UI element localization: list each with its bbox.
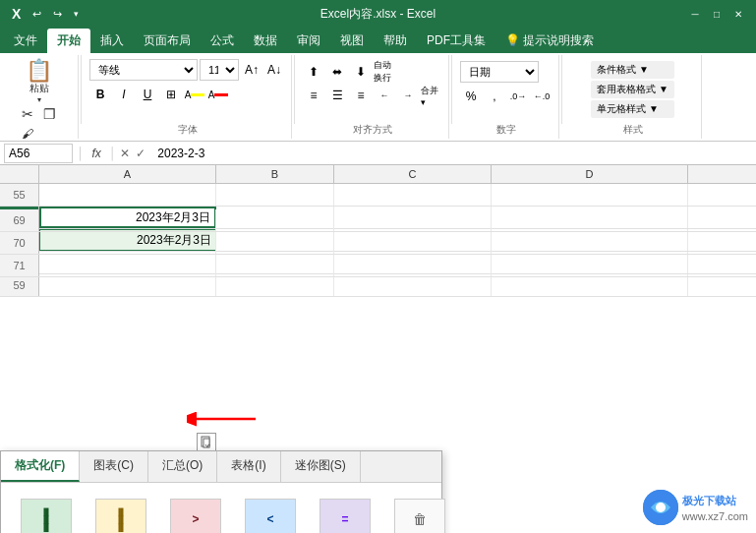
- cell-c59[interactable]: [334, 274, 492, 296]
- indent-increase-button[interactable]: →: [397, 85, 419, 106]
- cell-b59[interactable]: [216, 274, 334, 296]
- col-header-d[interactable]: D: [492, 165, 688, 183]
- cell-a71[interactable]: [39, 255, 216, 276]
- window-controls: ─ □ ✕: [563, 4, 748, 24]
- tab-view[interactable]: 视图: [330, 29, 374, 53]
- cell-c70[interactable]: [334, 232, 492, 254]
- format-painter-button[interactable]: 🖌: [18, 125, 60, 143]
- formula-bar: │ fx │ ✕ ✓: [0, 142, 756, 165]
- align-right-button[interactable]: ≡: [350, 85, 372, 106]
- cell-a59[interactable]: [39, 274, 216, 296]
- tab-page-layout[interactable]: 页面布局: [134, 29, 201, 53]
- align-left-button[interactable]: ≡: [303, 85, 324, 106]
- cell-c71[interactable]: [334, 255, 492, 276]
- confirm-formula-icon[interactable]: ✓: [136, 147, 145, 160]
- comma-button[interactable]: ,: [484, 86, 505, 107]
- cell-b71[interactable]: [216, 255, 334, 276]
- tab-data[interactable]: 数据: [244, 29, 287, 53]
- font-shrink-button[interactable]: A↓: [263, 59, 285, 81]
- paste-options-button[interactable]: [197, 433, 216, 452]
- cell-d55[interactable]: [492, 184, 688, 206]
- close-button[interactable]: ✕: [728, 4, 748, 24]
- align-center-button[interactable]: ☰: [326, 85, 348, 106]
- tab-help[interactable]: 帮助: [374, 29, 417, 53]
- font-name-select[interactable]: 等线: [89, 59, 198, 81]
- cell-b70[interactable]: [216, 232, 334, 254]
- table-format-button[interactable]: 套用表格格式 ▼: [591, 81, 674, 98]
- bold-button[interactable]: B: [89, 84, 111, 105]
- tab-home[interactable]: 开始: [47, 29, 90, 53]
- row-num-header: [0, 165, 39, 183]
- maximize-button[interactable]: □: [707, 4, 727, 24]
- wrap-text-button[interactable]: 自动换行: [374, 61, 395, 83]
- indent-decrease-button[interactable]: ←: [374, 85, 395, 106]
- border-button[interactable]: ⊞: [160, 84, 182, 105]
- cf-equal-to[interactable]: = 等于: [316, 495, 375, 533]
- cell-c69[interactable]: [334, 209, 492, 231]
- cell-reference-input[interactable]: [4, 144, 73, 163]
- cancel-formula-icon[interactable]: ✕: [120, 147, 130, 160]
- formula-input[interactable]: [153, 147, 752, 160]
- undo-button[interactable]: ↩: [29, 6, 45, 23]
- cf-clear-format[interactable]: 🗑 清除格式: [390, 495, 449, 533]
- italic-button[interactable]: I: [113, 84, 135, 105]
- cf-greater-than[interactable]: > 大于: [166, 495, 225, 533]
- conditional-format-button[interactable]: 条件格式 ▼: [591, 61, 674, 79]
- cf-less-than[interactable]: < 小于: [241, 495, 300, 533]
- quick-access-more[interactable]: ▾: [70, 7, 83, 21]
- watermark-brand: 极光下载站: [682, 494, 748, 508]
- clipboard-group: 📋 粘贴 ▾ ✂ ❐ 🖌 剪贴板: [0, 55, 79, 139]
- number-group: 日期 % , .0→ ←.0 数字: [454, 55, 559, 139]
- row-number-71: 71: [0, 255, 39, 276]
- tab-pdf[interactable]: PDF工具集: [417, 29, 495, 53]
- cf-tab-sparkline[interactable]: 迷你图(S): [281, 451, 361, 482]
- cell-a55[interactable]: [39, 184, 216, 206]
- cf-equal-to-icon: =: [320, 499, 371, 533]
- increase-decimal-button[interactable]: .0→: [507, 86, 529, 107]
- number-format-select[interactable]: 日期: [460, 61, 539, 83]
- tab-insert[interactable]: 插入: [90, 29, 134, 53]
- col-header-a[interactable]: A: [39, 165, 216, 183]
- tab-review[interactable]: 审阅: [287, 29, 330, 53]
- align-top-button[interactable]: ⬆: [303, 61, 324, 83]
- copy-button[interactable]: ❐: [39, 104, 60, 124]
- fill-color-button[interactable]: A: [184, 84, 205, 105]
- col-header-c[interactable]: C: [334, 165, 492, 183]
- font-grow-button[interactable]: A↑: [241, 59, 262, 81]
- cf-last-week[interactable]: ▐▌ ▐▌ ▐▌ 上周: [91, 495, 150, 533]
- cf-less-than-icon: <: [245, 499, 296, 533]
- cf-last-week-icon: ▐▌ ▐▌ ▐▌: [95, 499, 146, 533]
- col-header-b[interactable]: B: [216, 165, 334, 183]
- font-size-select[interactable]: 11: [200, 59, 239, 81]
- font-color-button[interactable]: A: [207, 84, 229, 105]
- cell-a69[interactable]: [39, 209, 216, 231]
- row-number-70: 70: [0, 232, 39, 254]
- cf-clear-format-icon: 🗑: [394, 499, 445, 533]
- cell-b55[interactable]: [216, 184, 334, 206]
- tab-file[interactable]: 文件: [4, 29, 47, 53]
- tab-search[interactable]: 💡 提示说明搜索: [495, 29, 604, 53]
- cell-b69[interactable]: [216, 209, 334, 231]
- merge-button[interactable]: 合并▾: [421, 85, 442, 106]
- cell-style-button[interactable]: 单元格样式 ▼: [591, 100, 674, 118]
- cf-tab-table[interactable]: 表格(I): [217, 451, 280, 482]
- cf-tab-summary[interactable]: 汇总(O): [148, 451, 217, 482]
- cell-c55[interactable]: [334, 184, 492, 206]
- decrease-decimal-button[interactable]: ←.0: [531, 86, 552, 107]
- percent-button[interactable]: %: [460, 86, 482, 107]
- cut-button[interactable]: ✂: [18, 104, 37, 124]
- cell-a70[interactable]: [39, 232, 216, 254]
- cf-tab-format[interactable]: 格式化(F): [1, 451, 80, 482]
- formula-bar-divider2: │: [109, 147, 117, 160]
- align-middle-button[interactable]: ⬌: [326, 61, 348, 83]
- minimize-button[interactable]: ─: [685, 4, 705, 24]
- underline-button[interactable]: U: [137, 84, 158, 105]
- cf-tab-chart[interactable]: 图表(C): [80, 451, 148, 482]
- conditional-format-popup: 格式化(F) 图表(C) 汇总(O) 表格(I) 迷你图(S) ▐▌ ▐▌ ▐▌…: [0, 450, 442, 533]
- paste-button[interactable]: 📋 粘贴 ▾: [20, 57, 59, 102]
- cell-d59[interactable]: [492, 274, 688, 296]
- redo-button[interactable]: ↪: [49, 6, 66, 23]
- cf-last-month[interactable]: ▐▌ ▐▌ ▐▌ 上个月: [17, 495, 76, 533]
- tab-formula[interactable]: 公式: [201, 29, 244, 53]
- align-bottom-button[interactable]: ⬇: [350, 61, 372, 83]
